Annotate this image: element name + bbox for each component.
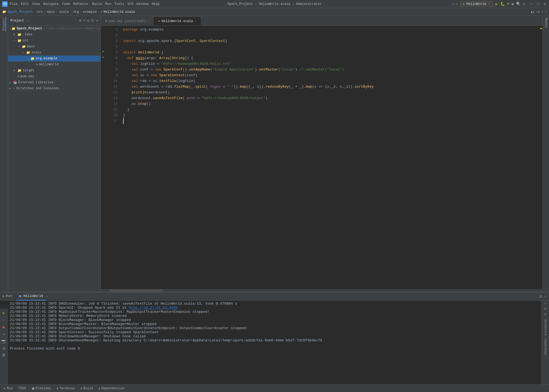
project-panel-label[interactable]: Project — [2, 17, 6, 32]
gutter-8 — [101, 66, 106, 71]
build-icon: ⚙ — [81, 387, 82, 390]
tree-item-external-libs[interactable]: ▶ 📚 External Libraries — [8, 79, 100, 85]
stop-button[interactable]: ◼ — [511, 2, 514, 6]
code-line-3: import org.apache.spark.{SparkConf, Spar… — [123, 38, 538, 44]
menu-tools[interactable]: Tools — [114, 2, 124, 6]
menu-help[interactable]: Help — [152, 2, 160, 6]
code-content[interactable]: package org.example import org.apache.sp… — [120, 26, 538, 289]
run-screenshot-button[interactable]: 📷 — [1, 338, 7, 344]
run-down-button[interactable]: ↓ — [1, 317, 7, 323]
gutter-5[interactable]: ▶ — [101, 48, 106, 54]
sidebar-settings[interactable]: ☰ — [91, 18, 94, 23]
menu-code[interactable]: Code — [62, 2, 70, 6]
search-icon[interactable]: 🔍 — [516, 2, 521, 6]
tab-close-helloworld[interactable]: ✕ — [194, 20, 196, 23]
run-tab-close[interactable]: ✕ — [46, 295, 48, 298]
horizontal-scrollbar[interactable] — [101, 289, 542, 292]
tab-helloworld[interactable]: ● HelloWorld.scala ✕ — [154, 17, 200, 25]
bottom-tab-helloworld[interactable]: HelloWorld — [16, 292, 46, 301]
tree-item-scratches[interactable]: ▶ ✎ Scratches and Consoles — [8, 85, 100, 91]
minimize-button[interactable]: ─ — [529, 2, 534, 6]
menu-build[interactable]: Build — [92, 2, 102, 6]
bottom-tab-dependencies[interactable]: ◈ Dependencies — [96, 385, 127, 392]
code-line-6: def main(args: Array[String]) { — [123, 55, 538, 61]
tree-item-src[interactable]: ▾ 📁 src — [8, 38, 100, 44]
expand-icon[interactable]: ∨ — [545, 10, 547, 14]
structure-label[interactable]: Structure — [544, 319, 547, 335]
favorites-label[interactable]: Favorites — [544, 339, 547, 355]
stop-run-button[interactable]: ◼ — [1, 324, 7, 330]
scrollbar-thumb[interactable] — [109, 289, 163, 292]
tree-item-scala[interactable]: ▾ 📁 scala — [8, 50, 100, 56]
coverage-button[interactable]: ⚑ — [507, 2, 509, 6]
tree-item-helloworld[interactable]: ▶ ● HelloWorld — [8, 62, 100, 68]
debug-button[interactable]: 🐛 — [500, 2, 505, 6]
bottom-tab-todo[interactable]: TODO — [16, 385, 29, 392]
run-delete-button[interactable]: 🗑 — [1, 352, 7, 358]
tree-item-pom[interactable]: ▶ m pom.xml — [8, 74, 100, 79]
folder-icon-scala: 📁 — [26, 51, 30, 55]
run-button[interactable]: ▶ — [495, 1, 498, 7]
bottom-tab-build[interactable]: ⚙ Build — [78, 385, 96, 392]
code-line-14: sc.stop() — [123, 101, 538, 107]
breadcrumb-file[interactable]: ● HelloWorld.scala — [101, 10, 135, 14]
fold-icon-main: ▾ — [18, 45, 21, 48]
tree-item-idea[interactable]: ▶ 📁 .idea — [8, 32, 100, 38]
code-line-16: } — [123, 112, 538, 118]
run-wrap-icon[interactable]: ↩ — [544, 302, 546, 306]
run-config-dropdown[interactable]: ▾ — [488, 2, 489, 6]
menu-window[interactable]: Window — [137, 2, 148, 6]
tree-item-spark-project[interactable]: ▾ 📁 Spark_Project C:\Users\Administrator… — [8, 26, 100, 32]
window-title: Spark_Project - HelloWorld.scala - Admin… — [227, 2, 322, 6]
tab-close-pom[interactable]: ✕ — [148, 20, 149, 23]
bottom-tab-terminal[interactable]: ⊞ Terminal — [54, 385, 78, 392]
tree-item-org-example[interactable]: ▾ 📁 org.example — [8, 56, 100, 62]
breadcrumb-spark-project[interactable]: Spark_Project — [7, 10, 33, 14]
sidebar-more[interactable]: ⚙ — [87, 18, 89, 23]
menu-navigate[interactable]: Navigate — [43, 2, 59, 6]
collapse-icon[interactable]: ∧ — [541, 10, 543, 14]
maximize-button[interactable]: □ — [536, 2, 540, 6]
bottom-tab-problems[interactable]: ⬤ Problems — [29, 385, 54, 392]
menu-file[interactable]: File — [10, 2, 18, 6]
settings-icon[interactable]: ⚙ — [523, 2, 525, 6]
sidebar-collapse-all[interactable]: ≡ — [83, 18, 85, 23]
menu-view[interactable]: View — [32, 2, 40, 6]
tree-item-target[interactable]: ▶ 📁 target — [8, 68, 100, 74]
close-button[interactable]: ✕ — [542, 2, 547, 6]
spark-ui-link[interactable]: http://10.97.58.34:4040 — [129, 306, 178, 310]
forward-button[interactable]: ▷ — [456, 2, 458, 6]
sidebar-close[interactable]: ✕ — [96, 18, 98, 23]
breadcrumb-example[interactable]: example — [83, 10, 97, 14]
run-print-button[interactable]: 🖨 — [1, 345, 7, 351]
tab-label-helloworld: HelloWorld.scala — [161, 19, 193, 23]
line-numbers: 1 2 3 4 5 6 7 8 9 10 11 12 13 14 15 16 1… — [106, 26, 120, 289]
breadcrumb-src[interactable]: src — [37, 10, 43, 14]
run-output[interactable]: 21/09/09 15:22:41 INFO DAGScheduler: Job… — [0, 301, 549, 384]
code-editor[interactable]: ▶ ▶ 1 2 3 4 5 6 — [101, 26, 542, 289]
bottom-tab-run-main[interactable]: ▶ Run — [1, 385, 16, 392]
breadcrumb-org[interactable]: org — [73, 10, 79, 14]
bottom-tab-run[interactable]: ▶ Run: — [0, 292, 16, 301]
run-panel-settings-icon[interactable]: ⚙ — [539, 294, 542, 299]
menu-vcs[interactable]: VCS — [127, 2, 133, 6]
run-panel-minimize-icon[interactable]: ─ — [544, 294, 547, 299]
breadcrumb-main[interactable]: main — [47, 10, 55, 14]
run-config-name[interactable]: HelloWorld — [466, 2, 486, 6]
sidebar-dropdown[interactable]: ▾ — [27, 19, 29, 22]
maven-panel[interactable]: Maven — [542, 16, 549, 292]
sidebar-title: Project — [10, 19, 24, 23]
run-close-button[interactable]: ⇥ — [1, 331, 7, 337]
menu-edit[interactable]: Edit — [21, 2, 29, 6]
breadcrumb-scala[interactable]: scala — [59, 10, 69, 14]
menu-run[interactable]: Run — [105, 2, 111, 6]
sidebar-expand-all[interactable]: ⊞ — [79, 18, 81, 23]
rerun-button[interactable]: ▶ — [1, 310, 7, 316]
menu-refactor[interactable]: Refactor — [73, 2, 89, 6]
run-cog-icon[interactable]: ⚙ — [544, 312, 546, 316]
back-button[interactable]: ◁ — [452, 2, 454, 6]
gutter-6[interactable]: ▶ — [101, 54, 106, 60]
tab-pom-xml[interactable]: m pom.xml (untitled2) ✕ — [101, 17, 154, 25]
run-filter-icon[interactable]: ⊞ — [544, 307, 546, 311]
tree-item-main[interactable]: ▾ 📁 main — [8, 44, 100, 50]
